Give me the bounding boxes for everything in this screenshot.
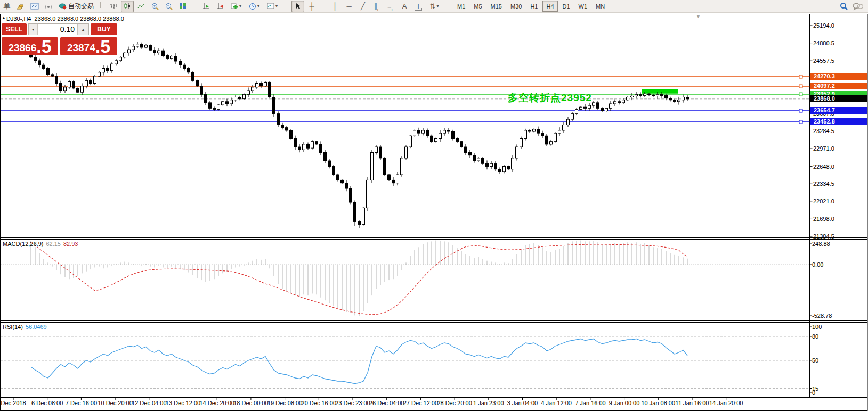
candle bbox=[124, 53, 126, 57]
candle bbox=[627, 97, 629, 100]
candle bbox=[554, 133, 557, 142]
candle bbox=[635, 94, 638, 96]
candle bbox=[234, 97, 237, 100]
candle bbox=[162, 51, 165, 55]
candle bbox=[614, 102, 616, 104]
price-tick-label: 24557.5 bbox=[813, 57, 834, 64]
candle bbox=[682, 97, 685, 100]
candle bbox=[618, 102, 621, 103]
macd-hist-value: 62.15 bbox=[46, 241, 61, 247]
candle bbox=[34, 57, 37, 61]
candle bbox=[396, 175, 399, 183]
candle bbox=[47, 68, 50, 74]
price-tick-label: 23284.5 bbox=[813, 128, 834, 134]
candle bbox=[269, 82, 271, 97]
candle bbox=[111, 64, 113, 70]
candle bbox=[136, 44, 139, 46]
candle bbox=[503, 166, 506, 171]
candle bbox=[524, 130, 527, 139]
price-tick-label: 25194.0 bbox=[813, 22, 834, 29]
candle bbox=[273, 97, 275, 114]
time-axis-label: 9 Jan 00:00 bbox=[609, 400, 640, 406]
candle bbox=[217, 105, 220, 109]
candle bbox=[452, 131, 455, 139]
candle bbox=[60, 84, 62, 91]
candle bbox=[345, 183, 348, 188]
trade-panel-collapse-icon[interactable]: ▲ bbox=[2, 15, 6, 20]
time-axis-label: 26 Dec 04:00 bbox=[369, 400, 404, 406]
candle bbox=[132, 46, 135, 50]
candle bbox=[392, 180, 395, 183]
volume-increase-button[interactable]: ▲ bbox=[77, 24, 88, 35]
candle bbox=[563, 125, 565, 130]
one-click-trading-panel: SELL ▼ 0.10 ▲ BUY 23866.5 23874.5 bbox=[2, 23, 117, 55]
buy-price-main: 23874 bbox=[67, 41, 95, 55]
candle bbox=[77, 88, 79, 92]
chart-title: DJ30-,H4 23868.0 23868.0 23868.0 23868.0 bbox=[6, 15, 124, 22]
volume-decrease-button[interactable]: ▼ bbox=[29, 24, 38, 35]
candle bbox=[107, 68, 109, 70]
macd-axis-label: -528.78 bbox=[812, 313, 832, 319]
candle bbox=[298, 147, 301, 150]
buy-button[interactable]: BUY bbox=[91, 23, 117, 35]
candle bbox=[409, 136, 412, 147]
candle bbox=[610, 104, 612, 108]
candle bbox=[571, 114, 574, 119]
price-line-label: 23654.7 bbox=[810, 107, 867, 114]
candle bbox=[213, 108, 216, 109]
sell-button[interactable]: SELL bbox=[2, 23, 27, 35]
sell-price-display[interactable]: 23866.5 bbox=[2, 37, 58, 55]
price-tick-label: 21698.0 bbox=[813, 216, 834, 222]
candle bbox=[196, 80, 199, 86]
volume-input[interactable]: 0.10 bbox=[38, 24, 77, 35]
time-axis-label: 12 Dec 04:00 bbox=[132, 400, 166, 406]
candle bbox=[456, 138, 459, 141]
time-axis-label: 14 Dec 20:00 bbox=[199, 400, 234, 406]
candle bbox=[507, 166, 510, 169]
candle bbox=[341, 180, 344, 183]
candle bbox=[72, 81, 75, 88]
trading-terminal-window: 单 自动交易 bbox=[0, 0, 868, 411]
candle bbox=[375, 147, 378, 152]
time-axis-label: 3 Jan 04:00 bbox=[507, 400, 538, 406]
macd-indicator-label: MACD(12,26,9)62.1582.93 bbox=[3, 241, 78, 247]
candle bbox=[661, 94, 663, 95]
volume-stepper: ▼ 0.10 ▲ bbox=[28, 23, 89, 35]
candle bbox=[51, 75, 54, 76]
price-line-label: 23452.8 bbox=[810, 118, 867, 125]
candle bbox=[115, 61, 118, 64]
price-tick-label: 24880.5 bbox=[813, 40, 834, 46]
candle bbox=[243, 94, 246, 98]
rsi-axis-label: 50 bbox=[812, 357, 818, 364]
buy-price-display[interactable]: 23874.5 bbox=[60, 37, 117, 55]
price-tick-label: 22334.5 bbox=[813, 180, 834, 187]
candle bbox=[413, 130, 416, 136]
candle bbox=[128, 50, 131, 53]
candle bbox=[328, 161, 331, 166]
candle bbox=[175, 56, 177, 61]
time-axis-label: 11 Jan 16:00 bbox=[676, 400, 709, 406]
candle bbox=[315, 142, 318, 144]
candle bbox=[584, 107, 587, 108]
time-axis-label: 6 Dec 08:00 bbox=[31, 400, 63, 406]
chart-annotation-text[interactable]: 多空转折点23952 bbox=[508, 91, 592, 105]
macd-axis-label: 248.88 bbox=[812, 241, 830, 247]
candle bbox=[537, 129, 540, 133]
rsi-axis-label: 80 bbox=[812, 333, 818, 340]
candle bbox=[460, 142, 463, 147]
candle bbox=[252, 87, 254, 91]
candle bbox=[388, 175, 391, 180]
candle bbox=[371, 152, 374, 180]
candle bbox=[533, 129, 536, 131]
candle bbox=[558, 130, 561, 133]
line-handle bbox=[799, 120, 802, 124]
candle bbox=[68, 81, 71, 87]
chart-canvas[interactable] bbox=[0, 0, 868, 411]
rsi-name: RSI(14) bbox=[3, 324, 23, 330]
candle bbox=[247, 91, 250, 94]
sell-price-fraction: .5 bbox=[36, 38, 51, 55]
shift-marker-icon[interactable]: ▼ bbox=[696, 14, 701, 19]
highlight-zone bbox=[642, 89, 678, 93]
line-handle bbox=[799, 75, 802, 78]
time-axis-label: 7 Jan 16:00 bbox=[575, 400, 606, 406]
